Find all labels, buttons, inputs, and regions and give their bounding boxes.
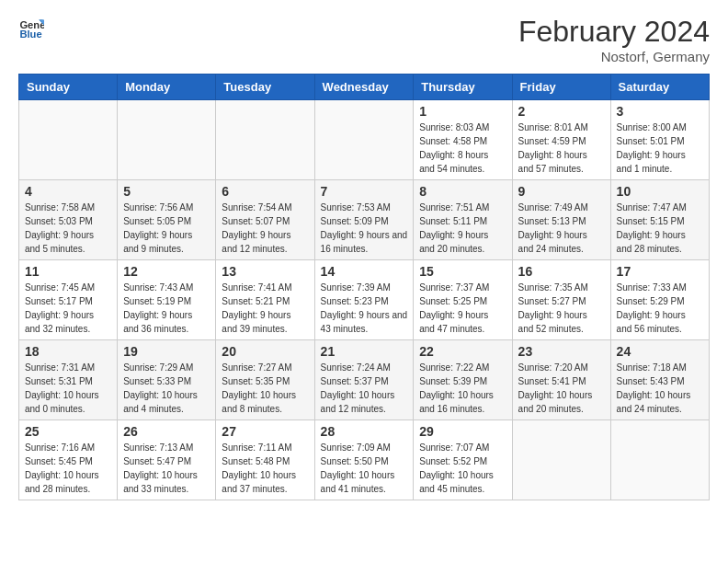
day-number: 2 [518, 104, 605, 119]
calendar-cell: 14Sunrise: 7:39 AMSunset: 5:23 PMDayligh… [314, 260, 414, 340]
day-number: 25 [25, 424, 111, 439]
daylight-text: Daylight: 10 hours and 33 minutes. [123, 468, 210, 496]
calendar-cell: 10Sunrise: 7:47 AMSunset: 5:15 PMDayligh… [610, 180, 709, 260]
day-info: Sunrise: 7:29 AMSunset: 5:33 PMDaylight:… [123, 361, 210, 416]
title-area: February 2024 Nostorf, Germany [518, 15, 710, 64]
day-number: 1 [419, 104, 506, 119]
sunrise-text: Sunrise: 7:27 AM [222, 361, 308, 374]
day-number: 18 [25, 344, 111, 359]
calendar-table: SundayMondayTuesdayWednesdayThursdayFrid… [18, 74, 710, 500]
daylight-text: Daylight: 9 hours and 52 minutes. [518, 308, 605, 336]
sunset-text: Sunset: 5:13 PM [518, 214, 605, 228]
day-info: Sunrise: 7:16 AMSunset: 5:45 PMDaylight:… [25, 441, 111, 496]
day-number: 21 [321, 344, 408, 359]
daylight-text: Daylight: 10 hours and 45 minutes. [419, 468, 506, 496]
sunrise-text: Sunrise: 7:49 AM [518, 201, 605, 214]
calendar-cell: 8Sunrise: 7:51 AMSunset: 5:11 PMDaylight… [414, 180, 512, 260]
day-number: 11 [25, 264, 111, 279]
day-info: Sunrise: 7:13 AMSunset: 5:47 PMDaylight:… [123, 441, 210, 496]
day-info: Sunrise: 7:20 AMSunset: 5:41 PMDaylight:… [518, 361, 605, 416]
sunset-text: Sunset: 5:43 PM [617, 374, 703, 388]
sunrise-text: Sunrise: 7:47 AM [617, 201, 703, 214]
weekday-header-monday: Monday [118, 75, 216, 100]
sunset-text: Sunset: 5:07 PM [222, 214, 308, 228]
svg-text:Blue: Blue [19, 29, 41, 40]
day-number: 10 [617, 184, 703, 199]
calendar-week-row: 18Sunrise: 7:31 AMSunset: 5:31 PMDayligh… [19, 340, 710, 420]
sunset-text: Sunset: 5:50 PM [321, 454, 408, 468]
day-info: Sunrise: 7:53 AMSunset: 5:09 PMDaylight:… [321, 201, 408, 256]
sunrise-text: Sunrise: 8:00 AM [617, 121, 703, 134]
sunrise-text: Sunrise: 7:16 AM [25, 441, 111, 454]
sunrise-text: Sunrise: 7:24 AM [321, 361, 408, 374]
day-number: 3 [617, 104, 703, 119]
sunset-text: Sunset: 5:37 PM [321, 374, 408, 388]
daylight-text: Daylight: 9 hours and 9 minutes. [123, 228, 210, 256]
daylight-text: Daylight: 9 hours and 1 minute. [617, 148, 703, 176]
sunset-text: Sunset: 4:58 PM [419, 134, 506, 148]
calendar-cell: 19Sunrise: 7:29 AMSunset: 5:33 PMDayligh… [118, 340, 216, 420]
day-info: Sunrise: 8:03 AMSunset: 4:58 PMDaylight:… [419, 121, 506, 176]
weekday-header-tuesday: Tuesday [216, 75, 314, 100]
weekday-header-sunday: Sunday [19, 75, 118, 100]
sunset-text: Sunset: 5:47 PM [123, 454, 210, 468]
daylight-text: Daylight: 9 hours and 47 minutes. [419, 308, 506, 336]
day-info: Sunrise: 7:18 AMSunset: 5:43 PMDaylight:… [617, 361, 703, 416]
day-info: Sunrise: 7:41 AMSunset: 5:21 PMDaylight:… [222, 281, 308, 336]
calendar-week-row: 11Sunrise: 7:45 AMSunset: 5:17 PMDayligh… [19, 260, 710, 340]
month-title: February 2024 [518, 15, 710, 49]
calendar-cell: 13Sunrise: 7:41 AMSunset: 5:21 PMDayligh… [216, 260, 314, 340]
day-info: Sunrise: 7:56 AMSunset: 5:05 PMDaylight:… [123, 201, 210, 256]
day-number: 12 [123, 264, 210, 279]
sunrise-text: Sunrise: 7:31 AM [25, 361, 111, 374]
day-info: Sunrise: 7:37 AMSunset: 5:25 PMDaylight:… [419, 281, 506, 336]
daylight-text: Daylight: 9 hours and 43 minutes. [321, 308, 408, 336]
calendar-cell: 15Sunrise: 7:37 AMSunset: 5:25 PMDayligh… [414, 260, 512, 340]
sunset-text: Sunset: 5:39 PM [419, 374, 506, 388]
sunset-text: Sunset: 5:31 PM [25, 374, 111, 388]
calendar-cell: 2Sunrise: 8:01 AMSunset: 4:59 PMDaylight… [512, 100, 610, 180]
sunset-text: Sunset: 5:33 PM [123, 374, 210, 388]
daylight-text: Daylight: 10 hours and 20 minutes. [518, 388, 605, 416]
daylight-text: Daylight: 9 hours and 24 minutes. [518, 228, 605, 256]
day-info: Sunrise: 7:27 AMSunset: 5:35 PMDaylight:… [222, 361, 308, 416]
day-info: Sunrise: 7:31 AMSunset: 5:31 PMDaylight:… [25, 361, 111, 416]
calendar-cell: 7Sunrise: 7:53 AMSunset: 5:09 PMDaylight… [314, 180, 414, 260]
weekday-header-friday: Friday [512, 75, 610, 100]
day-number: 8 [419, 184, 506, 199]
day-number: 9 [518, 184, 605, 199]
sunrise-text: Sunrise: 7:58 AM [25, 201, 111, 214]
calendar-cell: 12Sunrise: 7:43 AMSunset: 5:19 PMDayligh… [118, 260, 216, 340]
calendar-cell: 16Sunrise: 7:35 AMSunset: 5:27 PMDayligh… [512, 260, 610, 340]
day-number: 19 [123, 344, 210, 359]
calendar-week-row: 1Sunrise: 8:03 AMSunset: 4:58 PMDaylight… [19, 100, 710, 180]
day-info: Sunrise: 7:11 AMSunset: 5:48 PMDaylight:… [222, 441, 308, 496]
sunrise-text: Sunrise: 7:07 AM [419, 441, 506, 454]
daylight-text: Daylight: 10 hours and 16 minutes. [419, 388, 506, 416]
daylight-text: Daylight: 8 hours and 54 minutes. [419, 148, 506, 176]
weekday-header-row: SundayMondayTuesdayWednesdayThursdayFrid… [19, 75, 710, 100]
sunset-text: Sunset: 5:05 PM [123, 214, 210, 228]
daylight-text: Daylight: 9 hours and 5 minutes. [25, 228, 111, 256]
sunrise-text: Sunrise: 7:53 AM [321, 201, 408, 214]
sunrise-text: Sunrise: 8:01 AM [518, 121, 605, 134]
sunset-text: Sunset: 5:29 PM [617, 294, 703, 308]
day-info: Sunrise: 7:51 AMSunset: 5:11 PMDaylight:… [419, 201, 506, 256]
daylight-text: Daylight: 10 hours and 24 minutes. [617, 388, 703, 416]
day-number: 4 [25, 184, 111, 199]
calendar-cell [118, 100, 216, 180]
daylight-text: Daylight: 8 hours and 57 minutes. [518, 148, 605, 176]
sunset-text: Sunset: 5:23 PM [321, 294, 408, 308]
daylight-text: Daylight: 10 hours and 12 minutes. [321, 388, 408, 416]
day-info: Sunrise: 7:07 AMSunset: 5:52 PMDaylight:… [419, 441, 506, 496]
sunrise-text: Sunrise: 8:03 AM [419, 121, 506, 134]
calendar-cell: 23Sunrise: 7:20 AMSunset: 5:41 PMDayligh… [512, 340, 610, 420]
calendar-cell: 24Sunrise: 7:18 AMSunset: 5:43 PMDayligh… [610, 340, 709, 420]
weekday-header-wednesday: Wednesday [314, 75, 414, 100]
daylight-text: Daylight: 9 hours and 32 minutes. [25, 308, 111, 336]
calendar-cell: 29Sunrise: 7:07 AMSunset: 5:52 PMDayligh… [414, 420, 512, 500]
calendar-cell: 1Sunrise: 8:03 AMSunset: 4:58 PMDaylight… [414, 100, 512, 180]
day-number: 27 [222, 424, 308, 439]
calendar-cell: 3Sunrise: 8:00 AMSunset: 5:01 PMDaylight… [610, 100, 709, 180]
sunrise-text: Sunrise: 7:13 AM [123, 441, 210, 454]
